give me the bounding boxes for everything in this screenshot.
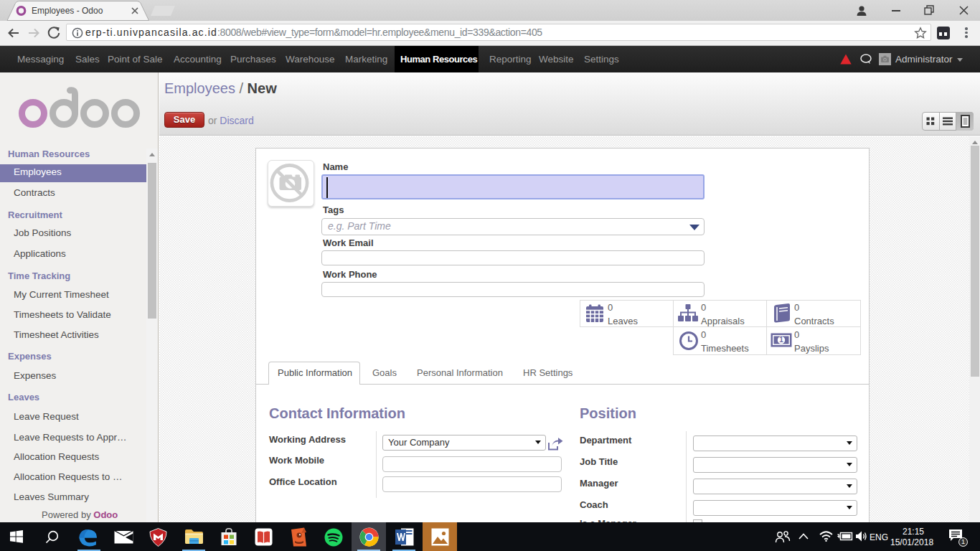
svg-text:1: 1: [779, 336, 783, 344]
